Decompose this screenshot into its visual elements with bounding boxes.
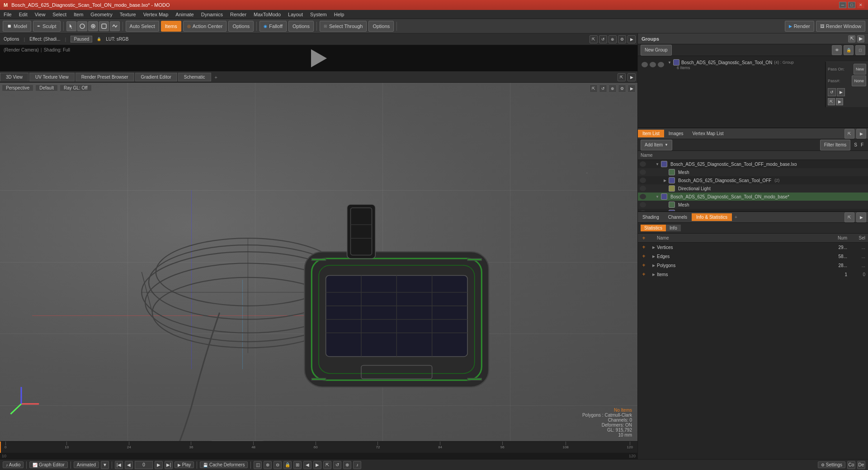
lock-btn[interactable]: 🔒 (283, 461, 292, 469)
pass-expand-button[interactable]: ⇱ (828, 98, 835, 105)
menu-geometry[interactable]: Geometry (87, 11, 116, 18)
item-eye-5[interactable] (640, 202, 646, 207)
paused-button[interactable]: Paused (71, 36, 92, 42)
zoom-btn-1[interactable]: ⊕ (264, 461, 272, 469)
grid-btn[interactable]: ⊞ (293, 461, 302, 469)
graph-editor-button[interactable]: 📈 Graph Editor (29, 461, 67, 468)
vp-rotate-icon[interactable]: ↺ (599, 85, 607, 93)
item-eye-2[interactable] (640, 178, 646, 183)
cache-deformers-button[interactable]: 💾 Cache Deformers (200, 461, 248, 468)
menu-help[interactable]: Help (330, 11, 348, 18)
vp-expand-icon[interactable]: ⇱ (590, 85, 598, 93)
tab-gradient-editor[interactable]: Gradient Editor (135, 73, 177, 81)
add-item-button[interactable]: Add Item ▼ (641, 140, 672, 150)
topology-button[interactable] (110, 21, 120, 31)
info-button[interactable]: Info (666, 225, 681, 231)
audio-toggle-btn[interactable]: ♪ (353, 461, 361, 469)
model-button[interactable]: 🔲 Model (3, 21, 31, 32)
stats-expand-items[interactable]: ▶ (651, 271, 657, 277)
item-arrow-0[interactable]: ▼ (655, 162, 660, 166)
options3-button[interactable]: Options (368, 21, 394, 32)
menu-edit[interactable]: Edit (15, 11, 31, 18)
item-list-expand-btn[interactable]: ⇱ (844, 129, 854, 139)
expand-btn-2[interactable]: ⇱ (323, 461, 331, 469)
menu-dynamics[interactable]: Dynamics (198, 11, 226, 18)
render-button[interactable]: ▶ Render (785, 21, 814, 32)
next-frame-button[interactable]: ▶ (155, 461, 163, 469)
prev-btn-2[interactable]: ◀ (303, 461, 311, 469)
group-eye2-icon[interactable] (650, 62, 656, 67)
item-eye-1[interactable] (640, 169, 646, 175)
paint-button[interactable] (88, 21, 98, 31)
item-eye-6[interactable] (640, 210, 646, 211)
viewport-arrow-button[interactable]: ▶ (627, 73, 636, 81)
menu-maxtomodo[interactable]: MaxToModo (250, 11, 284, 18)
tab-uv-texture[interactable]: UV Texture View (29, 73, 75, 81)
stats-expand-polygons[interactable]: ▶ (651, 262, 657, 268)
groups-lock-button[interactable]: 🔒 (844, 45, 854, 55)
stats-add-icon[interactable]: + (641, 235, 647, 241)
group-expand-arrow[interactable]: ▼ (668, 61, 671, 65)
menu-select[interactable]: Select (49, 11, 70, 18)
vp-settings-icon[interactable]: ⚙ (618, 85, 626, 93)
animation-viewport[interactable]: (Render Camera) | Shading: Full ⇱ ↺ ⊕ ⚙ … (0, 45, 637, 71)
item-eye-3[interactable] (640, 186, 646, 191)
tab-shading[interactable]: Shading (638, 213, 664, 221)
zoom-btn-2[interactable]: ⊖ (274, 461, 282, 469)
options-button[interactable]: Options (228, 21, 254, 32)
next-btn-2[interactable]: ▶ (313, 461, 321, 469)
anim-expand-button[interactable]: ⇱ (590, 35, 598, 43)
tab-render-preset[interactable]: Render Preset Browser (75, 73, 134, 81)
magnify-btn[interactable]: ⊕ (343, 461, 351, 469)
prev-frame-button[interactable]: ◀ (125, 461, 133, 469)
anim-zoom-button[interactable]: ⊕ (609, 35, 617, 43)
menu-view[interactable]: View (31, 11, 49, 18)
tab-channels[interactable]: Channels (664, 213, 692, 221)
statistics-button[interactable]: Statistics (641, 225, 666, 231)
item-arrow-4[interactable]: ▼ (655, 194, 660, 199)
falloff-button[interactable]: ◉ Falloff (259, 21, 287, 32)
new-group-button[interactable]: New Group (641, 45, 672, 56)
menu-system[interactable]: System (307, 11, 330, 18)
animated-dropdown-button[interactable]: ▼ (101, 461, 109, 469)
viewport-expand-button[interactable]: ⇱ (618, 73, 626, 81)
vp-more-icon[interactable]: ▶ (627, 85, 636, 93)
frame-input[interactable]: 0 (135, 461, 153, 469)
menu-animate[interactable]: Animate (172, 11, 197, 18)
de-button[interactable]: De (857, 461, 865, 469)
animated-button[interactable]: Animated (74, 461, 99, 468)
next-last-frame-button[interactable]: ▶| (165, 461, 173, 469)
timeline-bar[interactable]: 0 10 24 36 48 60 72 84 96 108 120 (0, 442, 637, 453)
select-through-button[interactable]: ⊞ Select Through (320, 21, 367, 32)
menu-texture[interactable]: Texture (116, 11, 140, 18)
tab-schematic[interactable]: Schematic (178, 73, 211, 81)
groups-hide-button[interactable]: □ (855, 45, 865, 55)
new-pass-button[interactable]: New (854, 64, 866, 75)
stats-expand-btn[interactable]: ⇱ (844, 212, 854, 222)
tab-vertex-map-list[interactable]: Vertex Map List (688, 130, 728, 137)
minimize-button[interactable]: ─ (839, 2, 846, 8)
play-button-large[interactable] (307, 47, 330, 70)
ray-gl-dropdown[interactable]: Ray GL: Off (60, 85, 92, 91)
anim-more-button[interactable]: ▶ (627, 35, 636, 43)
anim-sync-button[interactable]: ↺ (599, 35, 607, 43)
default-dropdown[interactable]: Default (35, 85, 58, 91)
pass-none-button[interactable]: None (852, 75, 866, 86)
menu-render[interactable]: Render (226, 11, 250, 18)
item-eye-0[interactable] (640, 161, 646, 167)
stats-add-items[interactable]: + (641, 271, 647, 277)
viewport-3d[interactable]: Perspective Default Ray GL: Off ⇱ ↺ ⊕ ⚙ … (0, 83, 637, 441)
menu-file[interactable]: File (0, 11, 15, 18)
menu-item[interactable]: Item (70, 11, 87, 18)
pass-rotate-button[interactable]: ↺ (828, 88, 836, 96)
tab-images[interactable]: Images (664, 130, 688, 137)
menu-layout[interactable]: Layout (284, 11, 307, 18)
stats-add-polygons[interactable]: + (641, 262, 647, 268)
co-button[interactable]: Co (847, 461, 855, 469)
tab-item-list[interactable]: Item List (638, 130, 664, 137)
stats-arrow-btn[interactable]: ▶ (856, 212, 866, 222)
action-center-button[interactable]: ◎ Action Center (183, 21, 227, 32)
tab-3d-view[interactable]: 3D View (0, 73, 28, 81)
timeline-indicator[interactable] (0, 442, 1, 453)
group-eye-icon[interactable] (642, 62, 648, 67)
